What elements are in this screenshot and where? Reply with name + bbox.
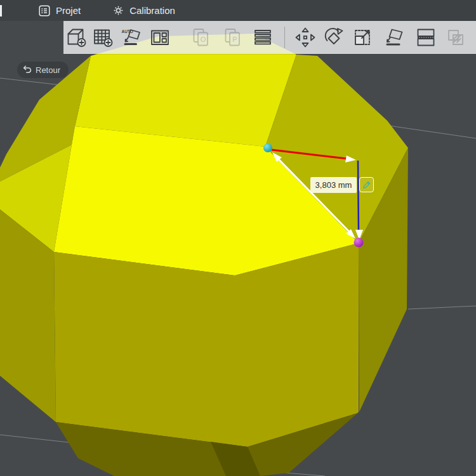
move-icon	[294, 26, 317, 49]
clipped-icon	[473, 26, 476, 49]
import-part-button: P	[220, 23, 246, 51]
back-button-label: Retour	[36, 65, 60, 75]
import-object-icon: O	[190, 26, 213, 49]
add-cube-icon	[65, 26, 88, 49]
add-plate-icon	[91, 26, 114, 49]
list-icon	[38, 4, 51, 17]
place-on-face-button[interactable]	[381, 23, 407, 51]
arrange-button[interactable]	[147, 23, 173, 51]
edit-measurement-button[interactable]	[359, 177, 374, 192]
layers-icon	[251, 26, 274, 49]
split-icon	[414, 26, 437, 49]
add-cube-button[interactable]	[63, 23, 89, 51]
place-on-face-icon	[383, 26, 406, 49]
gear-icon	[112, 4, 124, 17]
z-component-line	[358, 161, 359, 232]
split-button[interactable]	[413, 23, 439, 51]
rotate-button[interactable]	[321, 23, 347, 51]
scale-button[interactable]	[350, 23, 375, 51]
measure-end-point[interactable]	[354, 238, 364, 248]
auto-orient-icon: AUTO	[120, 26, 143, 49]
rotate-icon	[322, 26, 345, 49]
measurement-value-label: 3,803 mm	[310, 177, 357, 193]
menu-item-label: Projet	[56, 5, 81, 16]
window-edge-accent	[0, 5, 2, 17]
clipped-button	[472, 23, 476, 51]
assembly-button	[443, 23, 468, 51]
toolbar-divider	[284, 27, 285, 48]
layers-button[interactable]	[250, 23, 275, 51]
import-part-icon: P	[221, 26, 244, 49]
3d-viewport[interactable]	[0, 0, 476, 476]
menu-item-calibration[interactable]: Calibration	[112, 0, 175, 21]
scale-icon	[351, 26, 374, 49]
measure-start-point[interactable]	[263, 143, 272, 152]
menu-item-projet[interactable]: Projet	[38, 0, 81, 21]
menu-item-label: Calibration	[129, 5, 175, 16]
main-toolbar: AUTOOP	[63, 21, 476, 54]
svg-text:O: O	[201, 36, 206, 43]
undo-icon	[23, 65, 32, 76]
auto-orient-button[interactable]: AUTO	[119, 23, 144, 51]
back-button[interactable]: Retour	[17, 62, 69, 78]
svg-text:P: P	[232, 36, 237, 43]
top-menu-bar: Projet Calibration	[0, 0, 476, 21]
arrange-icon	[149, 26, 171, 49]
front-face	[54, 243, 359, 447]
assembly-icon	[444, 26, 467, 49]
pencil-icon	[362, 180, 372, 190]
import-object-button: O	[188, 23, 214, 51]
move-button[interactable]	[293, 23, 318, 51]
add-plate-button[interactable]	[90, 23, 116, 51]
